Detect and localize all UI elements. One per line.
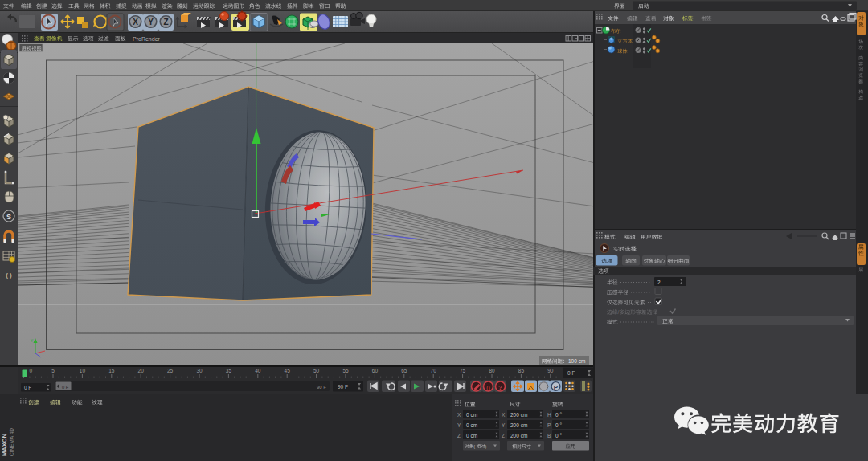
svg-text:55: 55 xyxy=(342,368,349,373)
svg-text:Y: Y xyxy=(457,422,461,428)
svg-text:?: ? xyxy=(498,384,502,391)
svg-text:P: P xyxy=(554,384,559,391)
svg-text:0 °: 0 ° xyxy=(555,433,562,439)
svg-text:Z: Z xyxy=(502,433,505,439)
svg-text:90 F: 90 F xyxy=(317,385,326,390)
svg-text:CINEMA 4D: CINEMA 4D xyxy=(9,428,14,456)
svg-text:200 cm: 200 cm xyxy=(510,422,527,428)
svg-text:100 cm: 100 cm xyxy=(568,358,585,364)
svg-text:35: 35 xyxy=(226,368,232,373)
svg-text:(): () xyxy=(486,385,490,391)
svg-text:B: B xyxy=(547,433,551,439)
svg-text:Z: Z xyxy=(457,433,461,439)
svg-text:X: X xyxy=(133,18,138,27)
svg-text:85: 85 xyxy=(518,368,525,373)
svg-text:0 F: 0 F xyxy=(62,385,69,390)
svg-text:Y: Y xyxy=(502,422,506,428)
svg-text:( ): ( ) xyxy=(6,271,12,279)
svg-text:75: 75 xyxy=(460,368,466,373)
svg-text:2: 2 xyxy=(657,279,661,285)
svg-text:65: 65 xyxy=(401,368,407,373)
svg-text:5: 5 xyxy=(51,368,55,373)
svg-text:50: 50 xyxy=(313,368,320,373)
svg-text:10: 10 xyxy=(80,368,86,373)
svg-text:70: 70 xyxy=(431,368,437,373)
svg-text:0: 0 xyxy=(30,368,33,373)
svg-text:0 F: 0 F xyxy=(567,370,575,376)
svg-text:S: S xyxy=(6,213,11,221)
svg-text:): ) xyxy=(485,444,486,449)
svg-text:Z: Z xyxy=(163,18,168,27)
svg-text:15: 15 xyxy=(108,368,115,373)
svg-text:45: 45 xyxy=(285,368,291,373)
svg-text:0 cm: 0 cm xyxy=(466,422,477,428)
svg-text:X: X xyxy=(457,412,461,418)
svg-text:(: ( xyxy=(473,444,475,449)
svg-text:0 cm: 0 cm xyxy=(466,412,477,418)
svg-text:30: 30 xyxy=(196,368,203,373)
svg-text:25: 25 xyxy=(167,368,174,373)
svg-text:90: 90 xyxy=(547,368,554,373)
svg-text:X: X xyxy=(502,412,506,418)
svg-text:0 F: 0 F xyxy=(24,385,31,390)
svg-text:ProRender: ProRender xyxy=(133,36,161,42)
svg-text:80: 80 xyxy=(489,368,495,373)
svg-text:0 °: 0 ° xyxy=(555,412,562,418)
svg-text:/: / xyxy=(618,309,620,315)
svg-text:P: P xyxy=(547,422,551,428)
svg-text:0 °: 0 ° xyxy=(555,422,562,428)
svg-text:Y: Y xyxy=(31,338,34,343)
svg-text:60: 60 xyxy=(372,368,379,373)
svg-text:90 F: 90 F xyxy=(338,384,348,390)
svg-text:H: H xyxy=(547,412,551,418)
svg-text:200 cm: 200 cm xyxy=(510,433,527,439)
svg-text:Y: Y xyxy=(148,18,154,27)
svg-text:0 cm: 0 cm xyxy=(466,433,477,439)
svg-text:MAXON: MAXON xyxy=(1,434,8,456)
svg-text:40: 40 xyxy=(255,368,261,373)
svg-text:200 cm: 200 cm xyxy=(510,412,527,418)
svg-text:20: 20 xyxy=(138,368,145,373)
